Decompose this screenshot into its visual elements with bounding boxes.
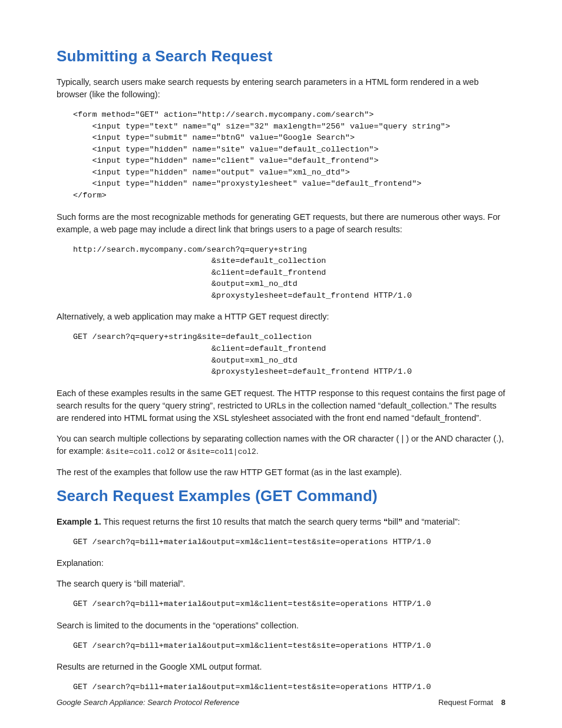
- paragraph: The rest of the examples that follow use…: [57, 466, 505, 479]
- page-number: 8: [501, 698, 505, 707]
- text-span: and “material”:: [402, 517, 460, 526]
- code-block-url: http://search.mycompany.com/search?q=que…: [57, 244, 505, 302]
- page-footer: Google Search Appliance: Search Protocol…: [57, 698, 505, 707]
- text-span: bill: [388, 517, 398, 526]
- paragraph: Each of these examples results in the sa…: [57, 387, 505, 424]
- inline-code: &site=col1.col2: [106, 447, 175, 456]
- footer-right: Request Format 8: [438, 698, 505, 707]
- inline-code: &site=col1|col2: [187, 447, 256, 456]
- paragraph: Such forms are the most recognizable met…: [57, 211, 505, 236]
- text-span: or: [175, 446, 187, 456]
- code-block-example: GET /search?q=bill+material&output=xml&c…: [57, 536, 505, 548]
- code-block-example: GET /search?q=bill+material&output=xml&c…: [57, 681, 505, 693]
- paragraph-collections: You can search multiple collections by s…: [57, 433, 505, 458]
- code-block-example: GET /search?q=bill+material&output=xml&c…: [57, 598, 505, 610]
- code-block-get: GET /search?q=query+string&site=default_…: [57, 331, 505, 377]
- explanation-line: Search is limited to the documents in th…: [57, 620, 505, 632]
- text-span: This request returns the first 10 result…: [101, 517, 384, 526]
- section-heading-examples: Search Request Examples (GET Command): [57, 487, 505, 505]
- document-page: Submitting a Search Request Typically, s…: [0, 0, 562, 728]
- code-block-form: <form method="GET" action="http://search…: [57, 109, 505, 202]
- section-heading-submitting: Submitting a Search Request: [57, 47, 505, 65]
- footer-doc-title: Google Search Appliance: Search Protocol…: [57, 698, 239, 707]
- code-block-example: GET /search?q=bill+material&output=xml&c…: [57, 640, 505, 652]
- paragraph: Typically, search users make search requ…: [57, 76, 505, 101]
- example-intro: Example 1. This request returns the firs…: [57, 516, 505, 528]
- example-label: Example 1.: [57, 517, 101, 526]
- explanation-line: Results are returned in the Google XML o…: [57, 661, 505, 673]
- explanation-line: The search query is “bill material”.: [57, 578, 505, 590]
- explanation-label: Explanation:: [57, 557, 505, 569]
- paragraph: Alternatively, a web application may mak…: [57, 311, 505, 323]
- text-span: .: [256, 446, 259, 456]
- footer-section-label: Request Format: [438, 698, 493, 707]
